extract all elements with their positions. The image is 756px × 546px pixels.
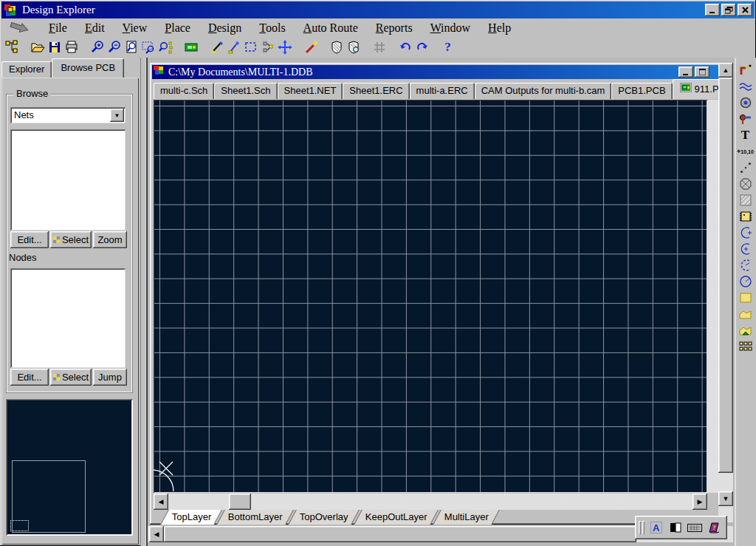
zoom-point-icon[interactable] [157,38,173,56]
menu-window[interactable]: Window [422,20,479,36]
scroll-down-icon[interactable]: ▼ [718,491,733,506]
place-dimension-icon[interactable] [737,160,755,176]
help-icon[interactable]: ? [439,38,456,56]
contrast-icon[interactable] [667,519,684,536]
menu-pulldown-icon[interactable] [9,22,34,34]
menu-edit[interactable]: Edit [76,20,114,36]
nodes-jump-button[interactable]: Jump [93,369,127,386]
place-coordinate-icon[interactable]: +10,10 [737,143,755,160]
move-cross-icon[interactable] [276,38,293,56]
zoom-document-icon[interactable] [123,38,140,56]
split-plane-icon[interactable] [737,322,755,338]
tab-cam-outputs[interactable]: CAM Outputs for multi-b.cam [475,83,612,99]
editor-horizontal-scrollbar[interactable]: ◀ ▶ [154,494,707,510]
close-button[interactable] [738,4,752,16]
document-minimize-button[interactable] [678,66,693,78]
place-fill-icon[interactable] [737,290,755,306]
nodes-select-button[interactable]: Select [50,369,92,386]
undo-icon[interactable] [396,38,413,56]
workspace-hscroll-thumb[interactable] [164,526,636,542]
menu-auto-route[interactable]: Auto Route [295,20,367,36]
polygon-plane-icon[interactable] [737,306,755,322]
layer-tab-toplayer[interactable]: TopLayer [159,510,222,525]
toolbar-grip[interactable] [639,521,641,534]
menu-tools[interactable]: Tools [250,20,294,36]
restore-button[interactable] [721,4,736,16]
knife-cut-icon[interactable] [208,38,225,56]
arc-by-edge-icon[interactable] [737,225,755,241]
place-track-icon[interactable] [737,78,755,95]
nets-edit-button[interactable]: Edit... [10,231,49,248]
paste-array-icon[interactable] [737,338,755,355]
place-component-icon[interactable] [737,208,755,225]
title-bar[interactable]: Design Explorer [1,1,755,18]
zoom-area-icon[interactable] [140,38,157,56]
tab-multi-c-sch[interactable]: multi-c.Sch [154,83,214,99]
layer-tab-keepoutlayer[interactable]: KeepOutLayer [353,510,439,525]
place-hatched-fill-icon[interactable] [737,192,755,208]
nets-listbox[interactable] [10,129,126,231]
tab-sheet1-sch[interactable]: Sheet1.Sch [214,83,277,99]
scroll-left-icon[interactable]: ◀ [154,494,168,510]
place-string-icon[interactable]: T [737,127,755,143]
pcb-canvas[interactable] [154,100,707,493]
scroll-right-icon[interactable]: ▶ [693,494,707,510]
scroll-up-icon[interactable]: ▲ [718,63,733,78]
board-in-window-icon[interactable] [182,38,199,56]
wizard-icon[interactable] [302,38,319,56]
full-circle-icon[interactable] [737,273,755,290]
workspace-vscroll-thumb[interactable] [718,78,733,473]
arc-any-angle-icon[interactable] [737,257,755,273]
layer-tab-topoverlay[interactable]: TopOverlay [287,510,359,525]
nets-select-button[interactable]: Select [50,231,92,248]
place-keepout-icon[interactable] [737,176,755,192]
print-icon[interactable] [63,38,80,56]
save-icon[interactable] [46,38,63,56]
design-manager-toggle-icon[interactable] [3,38,20,56]
keyboard-icon[interactable] [686,519,704,536]
browse-type-select[interactable]: Nets ▼ [10,107,126,123]
tab-explorer[interactable]: Explorer [1,61,52,78]
menu-reports[interactable]: Reports [367,20,422,36]
tab-sheet1-erc[interactable]: Sheet1.ERC [343,83,409,99]
toggle-grid-icon[interactable] [371,38,388,56]
find-text-icon[interactable]: A [647,519,665,536]
minimize-button[interactable] [705,4,720,16]
zoom-in-icon[interactable] [89,38,106,56]
menu-view[interactable]: View [114,20,157,36]
panel-splitter[interactable] [140,58,148,546]
nodes-listbox[interactable] [10,268,126,368]
place-pad-icon[interactable] [737,111,755,127]
open-document-icon[interactable] [29,38,46,56]
undo-stack-icon[interactable] [328,38,345,56]
edit-trace-icon[interactable] [225,38,242,56]
interactive-routing-icon[interactable] [737,62,755,78]
board-minimap[interactable] [6,399,133,536]
nets-zoom-button[interactable]: Zoom [93,231,127,248]
tab-sheet1-net[interactable]: Sheet1.NET [278,83,343,99]
layer-tab-multilayer[interactable]: MultiLayer [432,510,500,525]
document-maximize-button[interactable] [695,66,709,78]
editor-hscroll-thumb[interactable] [229,494,251,510]
zoom-out-icon[interactable] [106,38,123,56]
redo-stack-icon[interactable] [345,38,362,56]
redo-icon[interactable] [413,38,430,56]
select-area-icon[interactable] [242,38,259,56]
menu-place[interactable]: Place [156,20,199,36]
tab-pcb1-pcb[interactable]: PCB1.PCB [611,83,672,99]
layer-tab-bottomlayer[interactable]: BottomLayer [216,510,294,525]
nodes-edit-button[interactable]: Edit... [10,369,49,386]
menu-help[interactable]: Help [479,20,520,36]
place-via-icon[interactable] [737,95,755,111]
tab-browse-pcb[interactable]: Browse PCB [52,58,124,78]
document-title-bar[interactable]: C:\My Documents\MULTI-1.DDB [152,65,725,79]
toolbar-grip[interactable] [642,521,645,534]
chevron-down-icon[interactable]: ▼ [110,109,124,122]
workspace-vertical-scrollbar[interactable]: ▲ ▼ [718,63,733,522]
scroll-left-icon[interactable]: ◀ [149,526,164,542]
arc-by-center-icon[interactable] [737,241,755,257]
menu-file[interactable]: File [40,20,76,36]
help-book-icon[interactable]: ? [705,519,723,536]
menu-design[interactable]: Design [199,20,250,36]
tab-multi-a-erc[interactable]: multi-a.ERC [410,83,475,99]
